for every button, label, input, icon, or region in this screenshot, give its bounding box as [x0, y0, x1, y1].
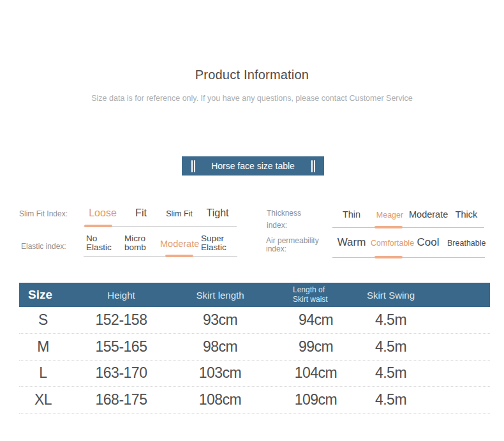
option-micro-bomb: Micro bomb — [122, 234, 160, 253]
double-bar-icon — [191, 160, 195, 172]
active-indicator — [374, 256, 403, 258]
option-thin: Thin — [332, 209, 371, 220]
cell-skirt-waist: 99cm — [265, 338, 367, 355]
active-indicator — [374, 226, 403, 228]
cell-skirt-swing: 4.5m — [367, 338, 415, 355]
option-thick: Thick — [447, 209, 485, 220]
thickness-options: Thin Meager Moderate Thick — [332, 209, 485, 220]
option-breathable: Breathable — [447, 239, 485, 248]
disclaimer-text: Size data is for reference only. If you … — [0, 94, 504, 103]
cell-skirt-length: 98cm — [175, 338, 265, 355]
thickness-index-track — [332, 227, 484, 228]
option-loose: Loose — [84, 207, 122, 219]
cell-skirt-waist: 94cm — [265, 311, 367, 329]
elastic-options: No Elastic Micro bomb Moderate Super Ela… — [84, 234, 237, 253]
slim-fit-index-track — [84, 226, 237, 227]
cell-skirt-length: 93cm — [175, 311, 265, 329]
column-header-height: Height — [67, 290, 175, 301]
active-indicator — [165, 255, 193, 257]
table-row: M 155-165 98cm 99cm 4.5m — [19, 334, 490, 361]
cell-skirt-swing: 4.5m — [367, 364, 415, 382]
air-permeability-index-label: Air permeability index: — [266, 237, 341, 253]
slim-fit-index-label: Slim Fit Index: — [19, 209, 68, 218]
elastic-index-label: Elastic index: — [21, 242, 66, 251]
option-meager: Meager — [371, 211, 409, 220]
cell-skirt-swing: 4.5m — [367, 311, 415, 329]
cell-skirt-waist: 109cm — [265, 391, 367, 408]
air-permeability-index-track — [332, 257, 485, 258]
thickness-index-label: Thickness index: — [267, 207, 319, 231]
option-slim-fit: Slim Fit — [160, 209, 198, 218]
double-bar-icon — [311, 160, 315, 172]
cell-size: M — [19, 338, 67, 355]
column-header-skirt-swing: Skirt Swing — [367, 290, 415, 301]
table-row: S 152-158 93cm 94cm 4.5m — [19, 308, 490, 334]
option-warm: Warm — [332, 236, 371, 249]
option-super-elastic: Super Elastic — [198, 234, 237, 253]
column-header-skirt-length: Skirt length — [175, 290, 265, 301]
air-permeability-options: Warm Comfortable Cool Breathable — [332, 236, 485, 249]
option-tight: Tight — [198, 207, 237, 219]
option-fit: Fit — [122, 207, 160, 219]
banner-label: Horse face size table — [211, 161, 295, 171]
cell-skirt-length: 103cm — [175, 364, 265, 382]
table-row: XL 168-175 108cm 109cm 4.5m — [19, 387, 490, 414]
page-title: Product Information — [0, 68, 504, 82]
cell-skirt-swing: 4.5m — [367, 391, 415, 408]
elastic-index-track — [84, 256, 237, 257]
active-indicator — [84, 225, 112, 227]
table-row: L 163-170 103cm 104cm 4.5m — [19, 361, 490, 387]
option-no-elastic: No Elastic — [84, 234, 122, 253]
option-cool: Cool — [409, 236, 447, 249]
cell-height: 152-158 — [67, 311, 175, 329]
cell-size: L — [19, 364, 67, 382]
option-moderate: Moderate — [160, 239, 198, 249]
cell-size: S — [19, 311, 67, 329]
cell-size: XL — [19, 391, 67, 408]
column-header-skirt-waist: Length of Skirt waist — [265, 285, 367, 304]
cell-height: 155-165 — [67, 338, 175, 355]
column-header-size: Size — [19, 288, 67, 302]
cell-height: 168-175 — [67, 391, 175, 408]
cell-height: 163-170 — [67, 364, 175, 382]
option-moderate: Moderate — [409, 209, 447, 220]
slim-fit-options: Loose Fit Slim Fit Tight — [84, 207, 237, 219]
size-table-header: Size Height Skirt length Length of Skirt… — [19, 283, 490, 307]
size-table-banner: Horse face size table — [182, 156, 324, 176]
cell-skirt-length: 108cm — [175, 391, 265, 408]
option-comfortable: Comfortable — [371, 239, 409, 248]
product-information-panel: Product Information Size data is for ref… — [0, 0, 504, 441]
cell-skirt-waist: 104cm — [265, 364, 367, 382]
